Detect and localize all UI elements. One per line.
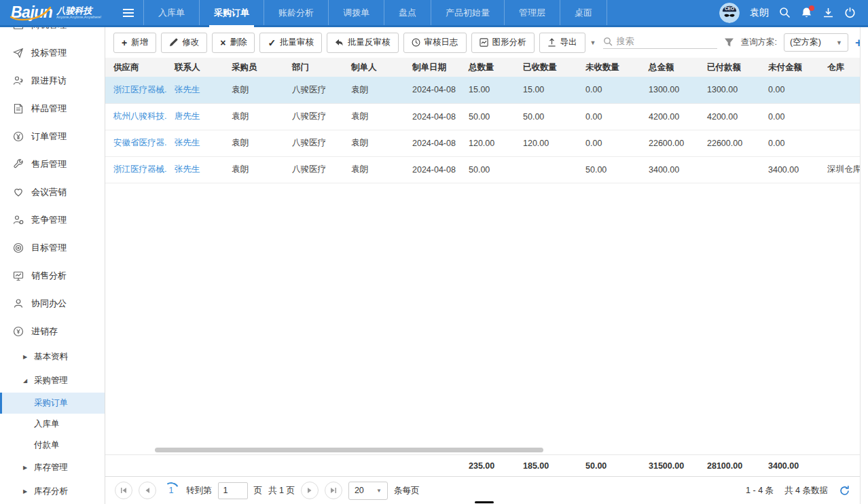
col-maker[interactable]: 制单人 <box>343 58 404 77</box>
per-page-label: 条每页 <box>394 485 420 497</box>
tree-item-stock-mgmt[interactable]: ▶ 库存管理 <box>0 456 105 480</box>
current-page[interactable]: 1 <box>162 482 180 499</box>
summary-received: 185.00 <box>515 455 577 476</box>
col-received[interactable]: 已收数量 <box>515 58 577 77</box>
user-name[interactable]: 袁朗 <box>750 7 769 19</box>
query-plan-select[interactable]: (空方案) ▼ <box>784 33 848 52</box>
notification-bell-icon[interactable] <box>801 7 812 18</box>
sidebar-item-follow-up[interactable]: 跟进拜访 <box>0 67 105 94</box>
tab-aging-analysis[interactable]: 账龄分析 <box>264 0 328 25</box>
col-buyer[interactable]: 采购员 <box>223 58 284 77</box>
audit-log-button[interactable]: 审核日志 <box>403 33 467 53</box>
tab-management[interactable]: 管理层 <box>504 0 560 25</box>
col-dept[interactable]: 部门 <box>284 58 343 77</box>
chevron-right-icon: ▶ <box>23 488 29 494</box>
batch-approve-button[interactable]: ✓ 批量审核 <box>259 33 322 53</box>
tab-transfer[interactable]: 调拨单 <box>328 0 384 25</box>
page-size-select[interactable]: 20 ▼ <box>348 482 388 500</box>
supplier-link[interactable]: 浙江医疗器械... <box>105 77 166 103</box>
table-row[interactable]: 安徽省医疗器... 张先生 袁朗 八骏医疗 袁朗 2024-04-08 120.… <box>105 130 860 156</box>
briefcase-icon <box>13 27 24 31</box>
delete-button[interactable]: × 删除 <box>212 33 255 53</box>
add-button[interactable]: + 新增 <box>113 33 156 53</box>
next-page-button[interactable] <box>301 482 319 499</box>
power-icon[interactable] <box>844 7 856 18</box>
tree-leaf-payment[interactable]: 付款单 <box>0 435 105 456</box>
summary-amount: 31500.00 <box>640 455 699 476</box>
prev-page-button[interactable] <box>139 482 156 499</box>
tree-item-stock-analysis[interactable]: ▶ 库存分析 <box>0 480 105 503</box>
target-icon <box>13 242 24 253</box>
sidebar-item-competition[interactable]: 竞争管理 <box>0 206 105 234</box>
avatar[interactable]: CEO <box>719 3 740 23</box>
goto-page-input[interactable] <box>218 482 248 499</box>
tab-product-initial[interactable]: 产品初始量 <box>431 0 504 25</box>
sidebar-item-targets[interactable]: 目标管理 <box>0 234 105 262</box>
edit-button[interactable]: 修改 <box>161 33 207 53</box>
search-icon[interactable] <box>779 7 791 18</box>
refresh-icon[interactable] <box>839 485 850 497</box>
brand-tagline: Anyone,Anytime,Anywhere! <box>56 15 101 18</box>
sidebar-item-samples[interactable]: 样品管理 <box>0 94 105 122</box>
col-qty[interactable]: 总数量 <box>460 58 515 77</box>
sidebar-item-orders[interactable]: 订单管理 <box>0 122 105 150</box>
tree-leaf-inbound[interactable]: 入库单 <box>0 414 105 435</box>
col-contact[interactable]: 联系人 <box>166 58 223 77</box>
tab-inbound[interactable]: 入库单 <box>143 0 199 25</box>
menu-toggle-icon[interactable] <box>113 0 143 25</box>
toolbar-right: ▼ 查询方案: (空方案) ▼ + × <box>590 33 860 52</box>
contact-link[interactable]: 唐先生 <box>166 103 223 130</box>
tree-leaf-purchase-order[interactable]: 采购订单 <box>0 393 105 414</box>
sidebar-item-collaboration[interactable]: 协同办公 <box>0 289 105 317</box>
col-date[interactable]: 制单日期 <box>404 58 460 77</box>
table-row[interactable]: 浙江医疗器械... 张先生 袁朗 八骏医疗 袁朗 2024-04-08 15.0… <box>105 77 860 103</box>
search-input[interactable] <box>617 36 705 46</box>
last-page-button[interactable] <box>325 482 342 499</box>
sidebar-item-inventory[interactable]: 进销存 <box>0 317 105 345</box>
supplier-link[interactable]: 杭州八骏科技... <box>105 103 166 130</box>
gesture-bar <box>475 501 494 503</box>
topbar: Bajun 八骏科技 Anyone,Anytime,Anywhere! 入库单 … <box>0 0 868 27</box>
sidebar-item-opportunity[interactable]: 商机管理 <box>0 27 105 39</box>
sidebar-item-meeting-marketing[interactable]: 会议营销 <box>0 178 105 206</box>
col-amount[interactable]: 总金额 <box>640 58 699 77</box>
tree-item-purchase-mgmt[interactable]: ◢ 采购管理 <box>0 369 105 393</box>
add-plan-icon[interactable]: + <box>855 36 860 49</box>
purchase-order-table: 供应商 联系人 采购员 部门 制单人 制单日期 总数量 已收数量 未收数量 总金… <box>105 58 860 183</box>
col-supplier[interactable]: 供应商 <box>105 58 166 77</box>
table-header-row: 供应商 联系人 采购员 部门 制单人 制单日期 总数量 已收数量 未收数量 总金… <box>105 58 860 77</box>
col-unreceived[interactable]: 未收数量 <box>577 58 640 77</box>
supplier-link[interactable]: 安徽省医疗器... <box>105 130 166 156</box>
filter-funnel-icon[interactable] <box>724 37 734 48</box>
wrench-icon <box>13 159 24 170</box>
col-unpaid[interactable]: 未付金额 <box>760 58 819 77</box>
tab-purchase-order[interactable]: 采购订单 <box>199 0 264 25</box>
col-paid[interactable]: 已付款额 <box>699 58 760 77</box>
tab-stocktake[interactable]: 盘点 <box>384 0 431 25</box>
contact-link[interactable]: 张先生 <box>166 156 223 183</box>
contact-link[interactable]: 张先生 <box>166 77 223 103</box>
topbar-right: CEO 袁朗 <box>719 0 868 25</box>
chevron-down-icon[interactable]: ▼ <box>590 39 596 46</box>
horizontal-scrollbar <box>105 446 860 454</box>
page-suffix-label: 页 <box>254 485 263 497</box>
export-button[interactable]: 导出 <box>539 33 585 53</box>
download-icon[interactable] <box>822 7 834 18</box>
first-page-button[interactable] <box>115 482 132 499</box>
tree-item-basic-data[interactable]: ▶ 基本资料 <box>0 345 105 369</box>
batch-unapprove-button[interactable]: 批量反审核 <box>327 33 399 53</box>
graph-analysis-button[interactable]: 图形分析 <box>471 33 535 53</box>
sidebar-item-after-sales[interactable]: 售后管理 <box>0 150 105 178</box>
horizontal-scrollbar-thumb[interactable] <box>155 448 543 452</box>
summary-paid: 28100.00 <box>699 455 760 476</box>
table-row[interactable]: 浙江医疗器械... 张先生 袁朗 八骏医疗 袁朗 2024-04-08 50.0… <box>105 156 860 183</box>
table-row[interactable]: 杭州八骏科技... 唐先生 袁朗 八骏医疗 袁朗 2024-04-08 50.0… <box>105 103 860 130</box>
tab-desktop[interactable]: 桌面 <box>560 0 607 25</box>
toolbar: + 新增 修改 × 删除 ✓ 批量审核 批量反审核 <box>105 27 860 58</box>
sidebar-item-bidding[interactable]: 投标管理 <box>0 39 105 67</box>
contact-link[interactable]: 张先生 <box>166 130 223 156</box>
summary-unreceived: 50.00 <box>577 455 640 476</box>
supplier-link[interactable]: 浙江医疗器械... <box>105 156 166 183</box>
sidebar-item-sales-analysis[interactable]: 销售分析 <box>0 262 105 289</box>
col-warehouse[interactable]: 仓库 <box>819 58 860 77</box>
